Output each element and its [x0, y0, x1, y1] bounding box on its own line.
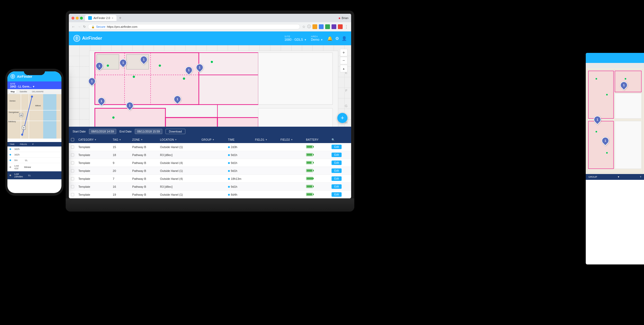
time-dot-6: [228, 194, 230, 196]
battery-fill-1: [307, 154, 312, 156]
close-traffic-light[interactable]: [71, 17, 74, 20]
tab-close-icon[interactable]: ×: [112, 17, 113, 20]
forward-button[interactable]: →: [77, 25, 81, 29]
row-field1-2: [253, 159, 278, 167]
edit-button-6[interactable]: Edit: [332, 192, 341, 197]
select-all-checkbox[interactable]: [71, 138, 74, 141]
row-field1-3: [253, 167, 278, 175]
user-icon[interactable]: 👤: [342, 36, 347, 41]
phone-map-tabs: Map Satellite DELAWARE: [7, 89, 61, 94]
row-checkbox-3[interactable]: [71, 169, 74, 172]
th-tag[interactable]: TAG ▼: [111, 136, 130, 143]
end-date-input[interactable]: 08/11/2018 15:59: [135, 129, 162, 134]
row-tag-2: 9: [111, 159, 130, 167]
table-row: Template 16 Pathway B R3 [d8ec] 9d1h Edi…: [69, 183, 351, 191]
info-icon[interactable]: ⓘ: [307, 24, 311, 29]
th-field1[interactable]: FIELD1 ▼: [253, 136, 278, 143]
map-area: D E F G H 1 1 1 1 1: [69, 45, 351, 127]
minimize-traffic-light[interactable]: [76, 17, 79, 20]
marker-8[interactable]: 1: [126, 101, 134, 110]
th-zone[interactable]: ZONE ▼: [130, 136, 158, 143]
right-marker-1[interactable]: 1: [620, 81, 628, 89]
settings-icon[interactable]: ⚙: [335, 36, 339, 41]
svg-point-19: [183, 77, 185, 80]
marker-2[interactable]: 1: [119, 58, 127, 67]
marker-1[interactable]: 1: [95, 61, 103, 71]
phone-field1-4: Minew: [24, 166, 31, 168]
marker-7[interactable]: 1: [97, 96, 105, 106]
rp-sort-icon: ▼: [617, 176, 620, 178]
extension-icon-2[interactable]: [319, 24, 324, 29]
th-field2[interactable]: FIELD2 ▼: [278, 136, 304, 143]
map-label-g: G: [345, 104, 347, 108]
end-date-label: End Date: [119, 130, 132, 133]
download-button[interactable]: Download: [166, 129, 185, 134]
edit-button-0[interactable]: Edit: [332, 145, 341, 149]
header-icons: 🔔 ⚙ 👤: [327, 36, 347, 41]
floor-plan-svg: [69, 45, 351, 127]
extension-icon-4[interactable]: [332, 24, 336, 29]
row-checkbox-1[interactable]: [71, 153, 74, 157]
bell-icon[interactable]: 🔔: [327, 36, 333, 41]
site-selector[interactable]: SITE 1680 - GDLS ▼: [284, 35, 307, 42]
edit-button-2[interactable]: Edit: [332, 161, 341, 165]
edit-button-5[interactable]: Edit: [332, 184, 341, 189]
phone-row-5: Lost 23h49m LL: [7, 171, 61, 180]
active-tab[interactable]: AirFinder 2.0 ×: [85, 15, 117, 21]
svg-point-41: [596, 131, 597, 132]
add-button[interactable]: +: [337, 113, 347, 123]
battery-fill-2: [307, 162, 312, 164]
marker-9[interactable]: 1: [173, 94, 181, 104]
app-content: AirFinder SITE 1680 - GDLS ▼ AREA Demo: [69, 31, 351, 198]
phone-site-value[interactable]: 1642 - LL Gorm... ▼: [10, 85, 59, 88]
reset-north-button[interactable]: ▲: [340, 65, 347, 72]
row-category-3: Template: [76, 167, 111, 175]
row-checkbox-4[interactable]: [71, 177, 74, 180]
th-group[interactable]: GROUP ▼: [199, 136, 226, 143]
refresh-button[interactable]: ↻: [83, 25, 86, 29]
area-value-row[interactable]: Demo ▼: [311, 38, 323, 42]
edit-button-1[interactable]: Edit: [332, 153, 341, 157]
maximize-traffic-light[interactable]: [80, 17, 83, 20]
row-checkbox-0[interactable]: [71, 145, 74, 149]
site-value-row[interactable]: 1680 - GDLS ▼: [284, 38, 307, 42]
menu-icon[interactable]: ⋮: [344, 24, 348, 29]
extension-icon-3[interactable]: [325, 24, 330, 29]
th-category[interactable]: CATEGORY ▼: [76, 136, 111, 143]
right-marker-2[interactable]: 1: [594, 116, 601, 123]
url-text: https://pro.airfinder.com: [107, 25, 137, 28]
marker-6[interactable]: 1: [196, 63, 204, 72]
row-checkbox-2[interactable]: [71, 161, 74, 164]
row-checkbox-5[interactable]: [71, 185, 74, 188]
start-date-input[interactable]: 08/01/2018 14:59: [89, 129, 117, 134]
map-label-f: F: [345, 89, 347, 93]
phone-logo-icon: [10, 74, 15, 79]
zoom-in-button[interactable]: +: [340, 49, 347, 56]
svg-rect-4: [199, 53, 258, 75]
extension-icon-5[interactable]: [338, 24, 343, 29]
phone-tab-map[interactable]: Map: [9, 90, 16, 93]
zoom-out-button[interactable]: −: [340, 57, 347, 64]
area-selector[interactable]: AREA Demo ▼: [311, 35, 323, 42]
th-location[interactable]: LOCATION ▼: [158, 136, 199, 143]
back-button[interactable]: ←: [71, 25, 75, 29]
right-marker-3[interactable]: 1: [602, 137, 609, 144]
phone-tab-satellite[interactable]: Satellite: [18, 90, 29, 93]
search-icon[interactable]: 🔍: [332, 138, 335, 141]
marker-3[interactable]: 1: [140, 55, 148, 64]
svg-rect-33: [588, 71, 614, 118]
address-bar[interactable]: 🔒 Secure https://pro.airfinder.com: [88, 24, 300, 29]
th-actions[interactable]: 🔍: [329, 136, 351, 143]
edit-button-4[interactable]: Edit: [332, 176, 341, 181]
new-tab-button[interactable]: +: [118, 15, 123, 21]
marker-5[interactable]: 1: [185, 65, 193, 75]
svg-point-16: [107, 65, 109, 67]
extension-icon-1[interactable]: [312, 24, 317, 29]
th-time[interactable]: TIME: [226, 136, 253, 143]
edit-button-3[interactable]: Edit: [332, 168, 341, 173]
row-battery-4: [304, 175, 330, 183]
marker-4[interactable]: 1: [88, 76, 96, 86]
row-checkbox-6[interactable]: [71, 193, 74, 196]
airfinder-logo-icon: [73, 35, 80, 42]
row-time-5: 9d1h: [226, 183, 253, 191]
